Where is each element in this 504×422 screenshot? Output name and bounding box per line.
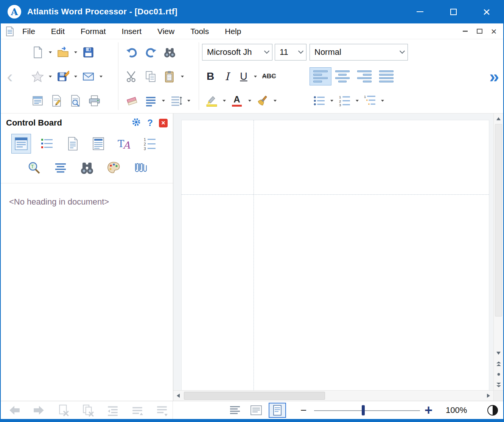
draft-view-button[interactable] [226,403,244,418]
zoom-slider-thumb[interactable] [362,405,365,415]
paragraph-marks-dropdown[interactable] [160,92,166,110]
vertical-scroll-thumb[interactable] [495,124,502,316]
align-center-button[interactable] [331,67,353,85]
delete-all-headings-button[interactable] [80,403,96,418]
open-document-button[interactable] [53,43,72,61]
page-layout-view-button[interactable] [269,403,286,418]
font-color-dropdown[interactable] [246,92,253,110]
multilevel-list-dropdown[interactable] [379,92,386,110]
cb-document-tab[interactable] [63,134,82,154]
control-board-close-button[interactable]: × [159,119,168,127]
menu-format[interactable]: Format [73,27,114,36]
next-page-button[interactable] [494,380,503,390]
delete-heading-button[interactable] [55,403,72,418]
new-document-button[interactable] [28,43,47,61]
save-button[interactable] [79,43,98,61]
scroll-right-button[interactable] [484,391,493,401]
edit-document-button[interactable] [47,92,66,110]
promote-heading-button[interactable] [104,403,121,418]
font-size-combo[interactable]: 11 [275,44,306,61]
align-left-button[interactable] [310,67,331,85]
vertical-scroll-track[interactable] [494,124,503,348]
font-color-button[interactable]: A [227,92,246,110]
show-paragraph-marks-button[interactable] [141,92,160,110]
numbered-list-dropdown[interactable] [354,92,360,110]
bullet-list-button[interactable] [310,92,328,110]
cb-styles-tab[interactable] [37,134,57,154]
browse-object-button[interactable] [494,369,503,380]
bold-button[interactable]: B [202,68,219,85]
style-combo[interactable]: Normal [310,44,408,61]
vertical-scrollbar[interactable] [493,113,503,390]
document-page[interactable] [182,120,489,390]
menu-file[interactable]: File [14,27,43,36]
scroll-up-button[interactable] [494,113,503,124]
cb-headings-tab[interactable] [11,134,31,154]
horizontal-scroll-thumb[interactable] [184,392,325,400]
cb-find-tab[interactable] [77,158,97,178]
format-painter-dropdown[interactable] [272,92,278,110]
menu-view[interactable]: View [149,27,182,36]
cb-paragraph-tab[interactable] [51,158,70,178]
zoom-slider-track[interactable] [314,410,420,411]
cut-button[interactable] [122,67,141,85]
font-name-combo[interactable]: Microsoft Jh [202,44,272,61]
save-as-button[interactable] [53,67,72,85]
menu-insert[interactable]: Insert [114,27,150,36]
toolbar-scroll-left-button[interactable]: ‹ [1,39,19,113]
bullet-list-dropdown[interactable] [328,92,335,110]
cb-sections-tab[interactable] [89,134,108,154]
highlight-button[interactable] [202,92,221,110]
paste-button[interactable] [160,67,179,85]
format-painter-button[interactable] [253,92,272,110]
print-preview-button[interactable] [66,92,85,110]
open-document-dropdown[interactable] [72,43,79,61]
control-board-help-button[interactable]: ? [147,118,153,128]
erase-formatting-button[interactable] [122,92,141,110]
cb-zoom-tab[interactable]: T [24,158,44,178]
clipboard-panel-button[interactable] [28,92,47,110]
move-heading-up-button[interactable] [129,403,146,418]
find-button[interactable] [160,43,179,61]
italic-button[interactable]: I [219,68,235,85]
numbered-list-button[interactable]: 123 [335,92,354,110]
control-board-settings-button[interactable] [131,117,141,129]
mail-button[interactable] [79,67,98,85]
save-as-dropdown[interactable] [72,67,79,85]
history-back-button[interactable] [6,403,23,418]
cb-colors-tab[interactable] [104,158,123,178]
horizontal-scroll-track[interactable] [183,391,484,401]
favorites-button[interactable] [28,67,47,85]
document-system-icon[interactable] [5,26,14,36]
multilevel-list-button[interactable]: 1 [360,92,379,110]
previous-page-button[interactable] [494,358,503,369]
print-button[interactable] [85,92,104,110]
strikethrough-button[interactable]: ABC [258,68,280,85]
undo-button[interactable] [122,43,141,61]
scroll-left-button[interactable] [173,391,183,401]
cb-attachments-tab[interactable] [130,158,150,178]
mdi-restore-button[interactable] [474,26,485,37]
line-spacing-dropdown[interactable] [185,92,192,110]
align-justify-button[interactable] [375,67,397,85]
align-right-button[interactable] [353,67,375,85]
mdi-close-button[interactable]: × [488,26,499,37]
zoom-out-button[interactable]: − [300,404,306,416]
contrast-mode-button[interactable] [487,404,499,416]
cb-fonts-tab[interactable]: TA [114,134,134,154]
copy-button[interactable] [141,67,160,85]
maximize-button[interactable] [437,0,470,23]
mdi-minimize-button[interactable] [459,26,471,37]
cb-numbered-list-tab[interactable]: 123 [140,134,160,154]
move-heading-down-button[interactable] [154,403,170,418]
line-spacing-button[interactable] [166,92,185,110]
minimize-button[interactable] [403,0,437,23]
zoom-in-button[interactable]: + [425,402,432,418]
online-view-button[interactable] [247,403,265,418]
history-forward-button[interactable] [31,403,47,418]
menu-help[interactable]: Help [217,27,249,36]
mail-dropdown[interactable] [98,67,104,85]
new-document-dropdown[interactable] [47,43,53,61]
underline-button[interactable]: U [235,68,252,85]
horizontal-scrollbar[interactable] [173,390,493,401]
